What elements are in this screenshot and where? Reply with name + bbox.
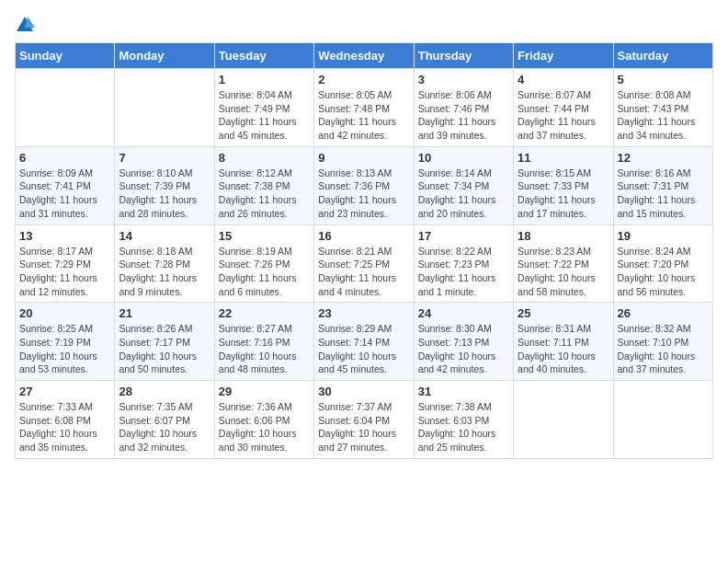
calendar-cell (16, 69, 115, 147)
calendar-cell: 16Sunrise: 8:21 AMSunset: 7:25 PMDayligh… (314, 224, 414, 303)
header-wednesday: Wednesday (314, 43, 414, 69)
calendar-cell: 20Sunrise: 8:25 AMSunset: 7:19 PMDayligh… (16, 303, 115, 381)
day-info: Sunrise: 8:09 AMSunset: 7:41 PMDaylight:… (19, 167, 110, 221)
day-number: 12 (618, 151, 709, 165)
week-row-4: 20Sunrise: 8:25 AMSunset: 7:19 PMDayligh… (16, 303, 713, 381)
day-info: Sunrise: 8:19 AMSunset: 7:26 PMDaylight:… (219, 245, 310, 299)
calendar-cell: 17Sunrise: 8:22 AMSunset: 7:23 PMDayligh… (414, 224, 513, 303)
day-info: Sunrise: 7:38 AMSunset: 6:03 PMDaylight:… (418, 400, 509, 454)
calendar-cell: 19Sunrise: 8:24 AMSunset: 7:20 PMDayligh… (613, 224, 712, 303)
day-info: Sunrise: 8:13 AMSunset: 7:36 PMDaylight:… (318, 167, 409, 221)
calendar-cell: 11Sunrise: 8:15 AMSunset: 7:33 PMDayligh… (514, 146, 613, 224)
calendar-cell: 30Sunrise: 7:37 AMSunset: 6:04 PMDayligh… (314, 381, 414, 459)
day-number: 27 (19, 385, 110, 398)
day-number: 22 (219, 306, 310, 320)
day-number: 15 (219, 229, 310, 243)
header-monday: Monday (115, 43, 214, 69)
day-number: 18 (518, 229, 609, 243)
svg-marker-1 (25, 17, 35, 28)
day-number: 23 (318, 306, 409, 320)
day-number: 28 (119, 385, 210, 398)
calendar-cell: 23Sunrise: 8:29 AMSunset: 7:14 PMDayligh… (314, 303, 414, 381)
calendar-cell: 7Sunrise: 8:10 AMSunset: 7:39 PMDaylight… (115, 146, 214, 224)
day-info: Sunrise: 8:06 AMSunset: 7:46 PMDaylight:… (418, 88, 509, 143)
calendar-cell: 24Sunrise: 8:30 AMSunset: 7:13 PMDayligh… (414, 303, 513, 381)
calendar-cell: 28Sunrise: 7:35 AMSunset: 6:07 PMDayligh… (115, 381, 214, 459)
calendar-cell: 29Sunrise: 7:36 AMSunset: 6:06 PMDayligh… (214, 381, 313, 459)
calendar-cell: 3Sunrise: 8:06 AMSunset: 7:46 PMDaylight… (414, 69, 513, 147)
day-info: Sunrise: 8:12 AMSunset: 7:38 PMDaylight:… (219, 167, 310, 221)
page-header (15, 15, 713, 35)
day-info: Sunrise: 8:31 AMSunset: 7:11 PMDaylight:… (518, 322, 609, 376)
calendar-cell: 22Sunrise: 8:27 AMSunset: 7:16 PMDayligh… (214, 303, 313, 381)
day-info: Sunrise: 8:05 AMSunset: 7:48 PMDaylight:… (318, 88, 409, 143)
day-number: 16 (318, 229, 409, 243)
day-number: 11 (518, 151, 609, 165)
calendar-cell: 5Sunrise: 8:08 AMSunset: 7:43 PMDaylight… (613, 69, 712, 147)
day-info: Sunrise: 8:32 AMSunset: 7:10 PMDaylight:… (618, 322, 709, 376)
day-number: 3 (418, 73, 509, 86)
header-sunday: Sunday (16, 43, 115, 69)
calendar-cell: 18Sunrise: 8:23 AMSunset: 7:22 PMDayligh… (514, 224, 613, 303)
calendar-cell: 15Sunrise: 8:19 AMSunset: 7:26 PMDayligh… (214, 224, 313, 303)
day-info: Sunrise: 8:07 AMSunset: 7:44 PMDaylight:… (518, 88, 609, 143)
week-row-1: 1Sunrise: 8:04 AMSunset: 7:49 PMDaylight… (16, 69, 713, 147)
day-number: 13 (19, 229, 110, 243)
calendar-cell: 10Sunrise: 8:14 AMSunset: 7:34 PMDayligh… (414, 146, 513, 224)
day-number: 4 (518, 73, 609, 86)
day-number: 21 (119, 306, 210, 320)
calendar-table: SundayMondayTuesdayWednesdayThursdayFrid… (15, 42, 713, 459)
day-info: Sunrise: 8:16 AMSunset: 7:31 PMDaylight:… (618, 167, 709, 221)
day-number: 31 (418, 385, 509, 398)
day-number: 7 (119, 151, 210, 165)
week-row-3: 13Sunrise: 8:17 AMSunset: 7:29 PMDayligh… (16, 224, 713, 303)
day-info: Sunrise: 7:33 AMSunset: 6:08 PMDaylight:… (19, 400, 110, 454)
day-info: Sunrise: 8:29 AMSunset: 7:14 PMDaylight:… (318, 322, 409, 376)
calendar-cell: 27Sunrise: 7:33 AMSunset: 6:08 PMDayligh… (16, 381, 115, 459)
day-number: 2 (318, 73, 409, 86)
day-info: Sunrise: 8:18 AMSunset: 7:28 PMDaylight:… (119, 245, 210, 299)
day-number: 29 (219, 385, 310, 398)
calendar-cell: 21Sunrise: 8:26 AMSunset: 7:17 PMDayligh… (115, 303, 214, 381)
day-number: 9 (318, 151, 409, 165)
calendar-cell: 25Sunrise: 8:31 AMSunset: 7:11 PMDayligh… (514, 303, 613, 381)
day-info: Sunrise: 7:37 AMSunset: 6:04 PMDaylight:… (318, 400, 409, 454)
calendar-cell: 1Sunrise: 8:04 AMSunset: 7:49 PMDaylight… (214, 69, 313, 147)
day-info: Sunrise: 8:23 AMSunset: 7:22 PMDaylight:… (518, 245, 609, 299)
day-info: Sunrise: 8:24 AMSunset: 7:20 PMDaylight:… (618, 245, 709, 299)
day-info: Sunrise: 8:21 AMSunset: 7:25 PMDaylight:… (318, 245, 409, 299)
day-info: Sunrise: 8:15 AMSunset: 7:33 PMDaylight:… (518, 167, 609, 221)
calendar-cell: 8Sunrise: 8:12 AMSunset: 7:38 PMDaylight… (214, 146, 313, 224)
day-number: 10 (418, 151, 509, 165)
calendar-cell: 4Sunrise: 8:07 AMSunset: 7:44 PMDaylight… (514, 69, 613, 147)
logo (15, 15, 37, 35)
header-thursday: Thursday (414, 43, 513, 69)
calendar-header-row: SundayMondayTuesdayWednesdayThursdayFrid… (16, 43, 713, 69)
logo-icon (15, 15, 35, 35)
day-number: 25 (518, 306, 609, 320)
day-info: Sunrise: 8:14 AMSunset: 7:34 PMDaylight:… (418, 167, 509, 221)
calendar-cell: 6Sunrise: 8:09 AMSunset: 7:41 PMDaylight… (16, 146, 115, 224)
day-number: 17 (418, 229, 509, 243)
calendar-cell (115, 69, 214, 147)
day-number: 5 (618, 73, 709, 86)
day-number: 14 (119, 229, 210, 243)
day-info: Sunrise: 8:22 AMSunset: 7:23 PMDaylight:… (418, 245, 509, 299)
week-row-5: 27Sunrise: 7:33 AMSunset: 6:08 PMDayligh… (16, 381, 713, 459)
day-info: Sunrise: 7:36 AMSunset: 6:06 PMDaylight:… (219, 400, 310, 454)
day-number: 6 (19, 151, 110, 165)
day-number: 30 (318, 385, 409, 398)
header-tuesday: Tuesday (214, 43, 313, 69)
day-info: Sunrise: 8:27 AMSunset: 7:16 PMDaylight:… (219, 322, 310, 376)
calendar-cell: 2Sunrise: 8:05 AMSunset: 7:48 PMDaylight… (314, 69, 414, 147)
calendar-cell: 14Sunrise: 8:18 AMSunset: 7:28 PMDayligh… (115, 224, 214, 303)
day-info: Sunrise: 7:35 AMSunset: 6:07 PMDaylight:… (119, 400, 210, 454)
calendar-cell (514, 381, 613, 459)
calendar-cell: 26Sunrise: 8:32 AMSunset: 7:10 PMDayligh… (613, 303, 712, 381)
day-info: Sunrise: 8:10 AMSunset: 7:39 PMDaylight:… (119, 167, 210, 221)
calendar-cell: 13Sunrise: 8:17 AMSunset: 7:29 PMDayligh… (16, 224, 115, 303)
header-friday: Friday (514, 43, 613, 69)
day-number: 24 (418, 306, 509, 320)
day-info: Sunrise: 8:08 AMSunset: 7:43 PMDaylight:… (618, 88, 709, 143)
calendar-cell: 9Sunrise: 8:13 AMSunset: 7:36 PMDaylight… (314, 146, 414, 224)
